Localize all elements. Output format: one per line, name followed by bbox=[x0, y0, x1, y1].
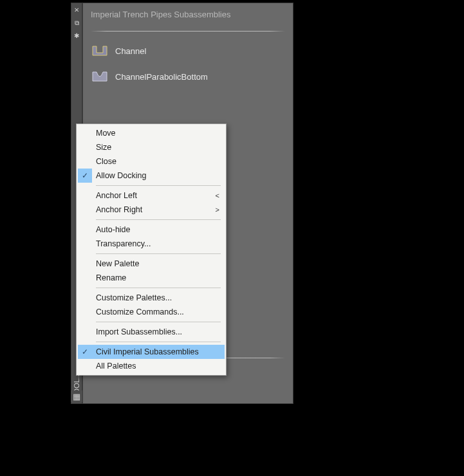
menu-item-label: Allow Docking bbox=[96, 171, 147, 180]
menu-item-label: Customize Commands... bbox=[96, 307, 184, 316]
menu-item-customize-palettes[interactable]: Customize Palettes... bbox=[78, 291, 225, 305]
palette-item[interactable]: ChannelParabolicBottom bbox=[91, 69, 285, 84]
menu-item-label: Close bbox=[96, 157, 116, 166]
submenu-arrow-icon: < bbox=[212, 192, 219, 199]
menu-item-label: Size bbox=[96, 143, 111, 152]
palette-header: Imperial Trench Pipes Subassemblies bbox=[91, 10, 285, 23]
submenu-arrow-icon: > bbox=[212, 206, 219, 214]
menu-item-anchor-left[interactable]: Anchor Left< bbox=[78, 188, 225, 203]
options-icon[interactable]: ▦ bbox=[71, 390, 82, 402]
palette-item-label: Channel bbox=[115, 46, 146, 56]
menu-item-transparency[interactable]: Transparency... bbox=[78, 237, 225, 251]
palette-item[interactable]: Channel bbox=[91, 43, 285, 59]
menu-item-label: Transparency... bbox=[96, 239, 151, 248]
menu-item-label: Civil Imperial Subassemblies bbox=[96, 347, 199, 356]
menu-separator bbox=[96, 185, 221, 186]
menu-item-new-palette[interactable]: New Palette bbox=[78, 257, 225, 271]
menu-item-label: Rename bbox=[96, 273, 126, 282]
menu-item-import-subassemblies[interactable]: Import Subassemblies... bbox=[78, 325, 225, 339]
menu-separator bbox=[96, 253, 221, 254]
menu-item-move[interactable]: Move bbox=[78, 126, 225, 140]
menu-separator bbox=[96, 322, 221, 322]
menu-separator bbox=[96, 342, 221, 342]
menu-item-label: Customize Palettes... bbox=[96, 293, 172, 302]
close-icon[interactable]: ✕ bbox=[74, 7, 79, 14]
menu-item-label: Import Subassemblies... bbox=[96, 327, 182, 336]
auto-hide-icon[interactable]: ⧉ bbox=[75, 20, 79, 26]
check-icon: ✓ bbox=[78, 345, 92, 359]
check-icon: ✓ bbox=[78, 169, 92, 183]
properties-icon[interactable]: ✱ bbox=[74, 33, 79, 39]
menu-item-auto-hide[interactable]: Auto-hide bbox=[78, 223, 225, 237]
menu-item-label: All Palettes bbox=[96, 362, 136, 371]
menu-item-label: Auto-hide bbox=[96, 225, 131, 234]
menu-item-rename[interactable]: Rename bbox=[78, 271, 225, 285]
menu-item-label: Anchor Right bbox=[96, 205, 142, 214]
subassembly-icon bbox=[91, 69, 109, 84]
menu-item-customize-commands[interactable]: Customize Commands... bbox=[78, 305, 225, 319]
menu-separator bbox=[96, 219, 221, 220]
menu-item-civil-imperial-subassemblies[interactable]: ✓Civil Imperial Subassemblies bbox=[78, 345, 225, 359]
menu-item-label: Move bbox=[96, 129, 116, 138]
subassembly-icon bbox=[91, 43, 109, 59]
context-menu: MoveSizeClose✓Allow DockingAnchor Left<A… bbox=[76, 124, 227, 376]
divider bbox=[91, 31, 285, 32]
menu-item-size[interactable]: Size bbox=[78, 140, 225, 154]
menu-item-allow-docking[interactable]: ✓Allow Docking bbox=[78, 169, 225, 183]
menu-item-label: Anchor Left bbox=[96, 191, 137, 200]
menu-item-anchor-right[interactable]: Anchor Right> bbox=[78, 203, 225, 217]
menu-item-close[interactable]: Close bbox=[78, 154, 225, 169]
menu-item-all-palettes[interactable]: All Palettes bbox=[78, 359, 225, 373]
palette-item-label: ChannelParabolicBottom bbox=[115, 72, 208, 82]
menu-item-label: New Palette bbox=[96, 259, 139, 268]
menu-separator bbox=[96, 288, 221, 288]
